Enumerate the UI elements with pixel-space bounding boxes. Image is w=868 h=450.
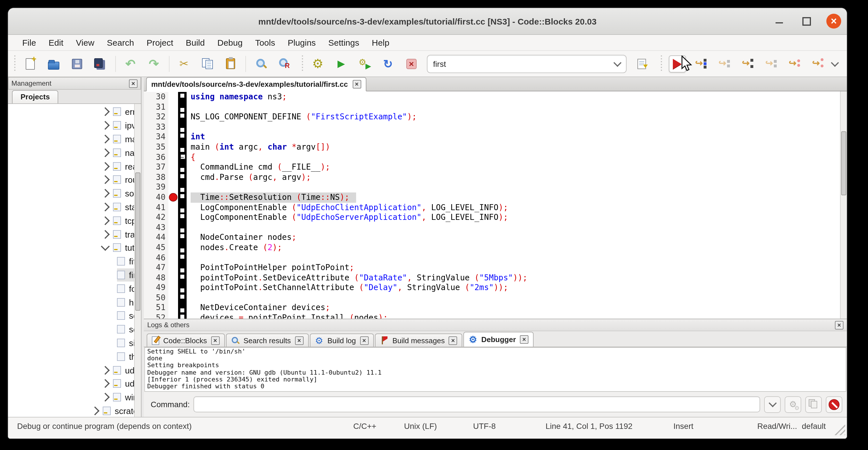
log-tab-debugger[interactable]: Debugger (464, 332, 534, 347)
line-number[interactable]: 37 (144, 162, 168, 172)
chevron-right-icon[interactable] (101, 230, 110, 239)
tree-item-sock[interactable]: sock (8, 187, 135, 201)
breakpoint-margin[interactable] (168, 132, 178, 142)
step-into-instruction-button[interactable] (810, 56, 826, 72)
close-icon[interactable] (520, 335, 528, 344)
tree-item-stat[interactable]: stat (8, 200, 135, 214)
line-number[interactable]: 47 (144, 263, 168, 273)
tree-item-six[interactable]: six (8, 336, 135, 350)
tree-item-se[interactable]: se (8, 309, 135, 323)
breakpoint-margin[interactable] (168, 162, 178, 172)
tree-item-scratcl[interactable]: scratcl (8, 404, 135, 417)
line-number[interactable]: 46 (144, 253, 168, 263)
tree-item-udp-[interactable]: udp- (8, 377, 135, 391)
menu-edit[interactable]: Edit (42, 38, 70, 48)
line-number[interactable]: 41 (144, 203, 168, 212)
tree-item-he[interactable]: he (8, 295, 135, 309)
target-info-button[interactable] (634, 56, 650, 72)
menu-debug[interactable]: Debug (211, 38, 249, 48)
chevron-right-icon[interactable] (101, 121, 110, 130)
tree-item-udp[interactable]: udp (8, 363, 135, 377)
title-bar[interactable]: mnt/dev/tools/source/ns-3-dev/examples/t… (8, 8, 847, 35)
breakpoint-margin[interactable] (168, 283, 178, 293)
menu-view[interactable]: View (70, 38, 101, 48)
rebuild-button[interactable] (380, 56, 396, 72)
cut-button[interactable] (176, 56, 192, 72)
breakpoint-margin[interactable] (168, 293, 178, 303)
breakpoint-margin[interactable] (168, 263, 178, 273)
step-into-button[interactable] (740, 56, 756, 72)
chevron-right-icon[interactable] (101, 366, 110, 374)
breakpoint-margin[interactable] (168, 122, 178, 132)
close-icon[interactable] (826, 14, 841, 29)
tree-item-fo[interactable]: fo (8, 282, 135, 296)
tree-item-wire[interactable]: wire (8, 390, 135, 404)
chevron-right-icon[interactable] (101, 162, 110, 171)
log-tab-code-blocks[interactable]: Code::Blocks (147, 333, 224, 347)
tree-item-se[interactable]: se (8, 323, 135, 336)
editor-tab-first-cc[interactable]: mnt/dev/tools/source/ns-3-dev/examples/t… (146, 77, 366, 91)
new-file-button[interactable] (22, 56, 38, 72)
run-to-cursor-button[interactable] (693, 56, 709, 72)
line-number[interactable]: 34 (144, 132, 168, 142)
copy-log-button[interactable] (805, 396, 822, 413)
line-number[interactable]: 33 (144, 122, 168, 132)
breakpoint-margin[interactable] (168, 253, 178, 263)
copy-button[interactable] (199, 56, 215, 72)
chevron-right-icon[interactable] (101, 148, 110, 157)
tree-item-tuto[interactable]: tuto (8, 241, 135, 255)
tree-item-reall[interactable]: reall (8, 159, 135, 173)
menu-project[interactable]: Project (141, 38, 180, 48)
abort-build-button[interactable] (403, 56, 420, 72)
breakpoint-margin[interactable] (168, 203, 178, 212)
line-number[interactable]: 48 (144, 273, 168, 283)
line-number[interactable]: 35 (144, 142, 168, 152)
redo-button[interactable] (146, 56, 162, 72)
tree-item-trafl[interactable]: trafl (8, 227, 135, 241)
line-number[interactable]: 40 (144, 192, 168, 203)
build-button[interactable] (310, 56, 326, 72)
minimize-icon[interactable] (772, 14, 786, 29)
code-editor[interactable]: 30using namespace ns3;3132NS_LOG_COMPONE… (144, 91, 847, 319)
chevron-right-icon[interactable] (101, 108, 110, 116)
breakpoint-margin[interactable] (168, 313, 178, 319)
tree-item-mat[interactable]: mat (8, 132, 135, 146)
tree-scrollbar-thumb[interactable] (135, 173, 141, 311)
line-number[interactable]: 50 (144, 293, 168, 303)
chevron-right-icon[interactable] (101, 393, 110, 402)
breakpoint-margin[interactable] (168, 152, 178, 162)
tree-item-th[interactable]: th (8, 350, 135, 363)
tree-scrollbar[interactable] (134, 104, 141, 417)
tree-item-fif[interactable]: fif (8, 255, 135, 268)
chevron-right-icon[interactable] (101, 134, 110, 143)
next-instruction-button[interactable] (787, 56, 803, 72)
tree-item-rout[interactable]: rout (8, 173, 135, 187)
line-number[interactable]: 52 (144, 313, 168, 319)
maximize-icon[interactable] (799, 14, 814, 29)
line-number[interactable]: 32 (144, 112, 168, 122)
paste-button[interactable] (223, 56, 239, 72)
find-replace-button[interactable] (276, 56, 292, 72)
menu-search[interactable]: Search (101, 38, 141, 48)
breakpoint-margin[interactable] (168, 112, 178, 122)
toolbar-grip[interactable] (14, 55, 17, 72)
log-tab-build-messages[interactable]: Build messages (375, 333, 463, 347)
fold-marker[interactable] (178, 152, 187, 162)
menu-plugins[interactable]: Plugins (281, 38, 322, 48)
menu-tools[interactable]: Tools (249, 38, 281, 48)
line-number[interactable]: 30 (144, 92, 168, 102)
chevron-right-icon[interactable] (101, 379, 110, 388)
build-target-select[interactable]: first (427, 55, 627, 73)
line-number[interactable]: 38 (144, 173, 168, 182)
line-number[interactable]: 39 (144, 182, 168, 192)
close-icon[interactable] (360, 336, 368, 344)
line-number[interactable]: 45 (144, 243, 168, 253)
menu-settings[interactable]: Settings (322, 38, 366, 48)
run-button[interactable] (333, 56, 349, 72)
breakpoint-margin[interactable] (168, 102, 178, 112)
breakpoint-margin[interactable] (168, 192, 178, 203)
breakpoint-margin[interactable] (168, 243, 178, 253)
tree-item-ipv6[interactable]: ipv6 (8, 119, 135, 132)
close-icon[interactable] (835, 321, 843, 329)
line-number[interactable]: 43 (144, 222, 168, 233)
